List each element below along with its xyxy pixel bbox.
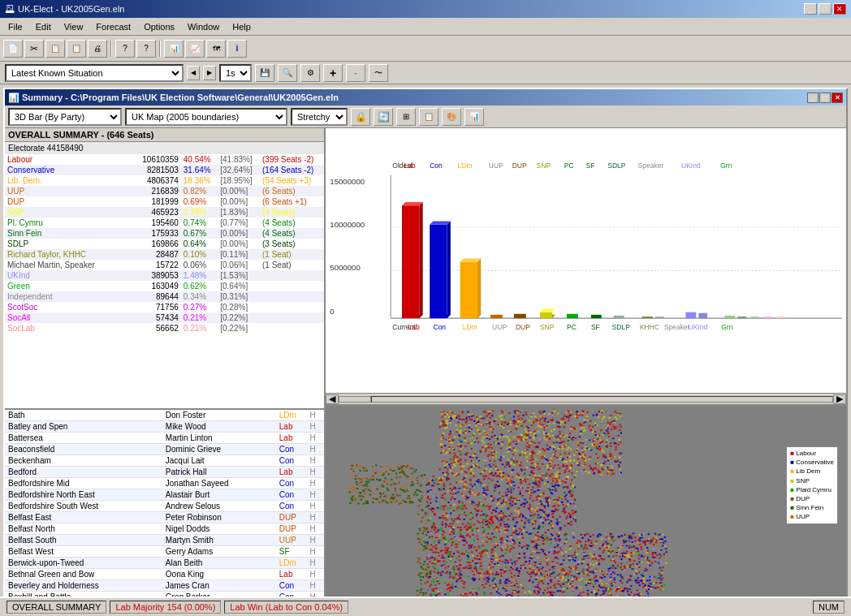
chart-hscroll-thumb[interactable]	[339, 396, 371, 403]
svg-rect-41	[642, 317, 653, 318]
con-party-cell: Con	[276, 580, 307, 592]
minimize-button[interactable]: _	[804, 3, 817, 15]
constituency-row[interactable]: Beckenham Jacqui Lait Con H	[5, 455, 324, 467]
constituency-row[interactable]: Bedfordshire North East Alastair Burt Co…	[5, 489, 324, 501]
prev-scenario-button[interactable]: ◀	[187, 66, 200, 80]
menu-edit[interactable]: Edit	[31, 20, 56, 33]
party-votes-cell: 181999	[134, 196, 180, 207]
party-seats-cell: (399 Seats -2)	[260, 154, 324, 165]
chart-area: 15000000 10000000 5000000 0 Oldest: Lab …	[326, 128, 846, 406]
cut-button[interactable]: ✂	[24, 40, 44, 58]
print-button[interactable]: 🖨	[88, 40, 107, 58]
save-scenario-button[interactable]: 💾	[255, 64, 274, 82]
svg-text:UKInd: UKInd	[681, 162, 701, 170]
summary-row: Sinn Fein 175933 0.67% [0.00%] (4 Seats)	[5, 228, 324, 239]
menu-help[interactable]: Help	[227, 20, 256, 33]
results-button[interactable]: 📊	[164, 40, 184, 58]
chart-options-button[interactable]: 📋	[419, 108, 438, 126]
maximize-button[interactable]: □	[819, 3, 832, 15]
chart-type-dropdown[interactable]: 3D Bar (By Party)	[8, 108, 122, 126]
con-name-cell: Beaconsfield	[5, 444, 162, 455]
svg-text:Lab: Lab	[404, 162, 415, 170]
constituency-row[interactable]: Bethnal Green and Bow Oona King Lab H	[5, 569, 324, 580]
inner-window-title: Summary - C:\Program Files\UK Election S…	[22, 93, 339, 102]
help-button[interactable]: ?	[115, 40, 135, 58]
chart-bar-button[interactable]: 📊	[464, 108, 484, 126]
status-bar: OVERALL SUMMARY Lab Majority 154 (0.00%)…	[0, 597, 851, 610]
con-party-cell: Lab	[276, 467, 307, 478]
constituency-row[interactable]: Belfast North Nigel Dodds DUP H	[5, 523, 324, 535]
party-pct-cell: 0.74%	[181, 218, 218, 228]
chart-button[interactable]: 📈	[185, 40, 205, 58]
party-pct-cell: 0.64%	[181, 239, 218, 249]
svg-text:LDm: LDm	[457, 162, 472, 170]
constituency-row[interactable]: Belfast East Peter Robinson DUP H	[5, 512, 324, 523]
inner-close-button[interactable]: ✕	[832, 93, 843, 103]
con-name-cell: Berwick-upon-Tweed	[5, 558, 162, 569]
scenario-dropdown[interactable]: Latest Known Situation	[5, 64, 184, 82]
inner-minimize-button[interactable]: _	[807, 93, 819, 103]
summary-row: SocLab 56662 0.21% [0.22%]	[5, 323, 324, 334]
party-votes-cell: 163049	[134, 281, 180, 291]
next-scenario-button[interactable]: ▶	[203, 66, 216, 80]
constituency-row[interactable]: Bedford Patrick Hall Lab H	[5, 467, 324, 478]
map-type-dropdown[interactable]: UK Map (2005 boundaries)	[125, 108, 287, 126]
toolbar-sep-1	[110, 41, 112, 57]
svg-rect-31	[460, 262, 477, 318]
constituency-row[interactable]: Bath Don Foster LDm H	[5, 410, 324, 421]
close-button[interactable]: ✕	[833, 3, 846, 15]
constituency-row[interactable]: Beverley and Holderness James Cran Con H	[5, 580, 324, 592]
inner-chart-toolbar: 3D Bar (By Party) UK Map (2005 boundarie…	[5, 106, 846, 128]
stretch-dropdown[interactable]: Stretchy	[291, 108, 348, 126]
menu-file[interactable]: File	[3, 20, 28, 33]
constituency-row[interactable]: Bedfordshire Mid Jonathan Sayeed Con H	[5, 478, 324, 489]
menu-options[interactable]: Options	[139, 20, 179, 33]
refresh-button[interactable]: 🔄	[374, 108, 393, 126]
con-party-cell: Con	[276, 455, 307, 467]
info2-button[interactable]: i	[227, 40, 247, 58]
constituency-row[interactable]: Beaconsfield Dominic Grieve Con H	[5, 444, 324, 455]
svg-marker-37	[540, 308, 555, 312]
minus-button[interactable]: -	[346, 64, 365, 82]
party-name-cell: Green	[5, 281, 134, 291]
party-oldpct-cell: [1.83%]	[218, 207, 260, 218]
new-button[interactable]: 📄	[3, 40, 23, 58]
inner-maximize-button[interactable]: □	[819, 93, 831, 103]
map-button[interactable]: 🗺	[206, 40, 226, 58]
svg-marker-24	[402, 202, 423, 205]
menu-window[interactable]: Window	[183, 20, 224, 33]
svg-rect-43	[685, 312, 696, 318]
svg-rect-39	[591, 315, 602, 318]
constituency-list[interactable]: Bath Don Foster LDm H Batley and Spen Mi…	[5, 410, 324, 605]
lock-button[interactable]: 🔒	[351, 108, 370, 126]
chart-hscroll-right[interactable]: ▶	[833, 394, 846, 404]
scenario-num-dropdown[interactable]: 1st	[219, 64, 252, 82]
constituency-row[interactable]: Belfast South Martyn Smith UUP H	[5, 535, 324, 546]
svg-marker-32	[460, 258, 482, 261]
grid-button[interactable]: ⊞	[396, 108, 416, 126]
chart-hscrollbar[interactable]: ◀ ▶	[326, 393, 846, 404]
settings-button[interactable]: ⚙	[300, 64, 320, 82]
copy-button[interactable]: 📋	[45, 40, 65, 58]
con-name-cell: Bedford	[5, 467, 162, 478]
paste-button[interactable]: 📋	[67, 40, 86, 58]
status-swing: Lab Win (Lab to Con 0.04%)	[224, 601, 348, 610]
svg-marker-30	[477, 258, 481, 318]
svg-text:Con: Con	[430, 162, 443, 170]
party-summary-list[interactable]: Labour 10610359 40.54% [41.83%] (399 Sea…	[5, 154, 324, 410]
chart-color-button[interactable]: 🎨	[442, 108, 461, 126]
filter-button[interactable]: 🔍	[278, 64, 297, 82]
constituency-row[interactable]: Batley and Spen Mike Wood Lab H	[5, 421, 324, 433]
menu-forecast[interactable]: Forecast	[91, 20, 136, 33]
con-mp-cell: Alan Beith	[162, 558, 276, 569]
add-button[interactable]: +	[323, 64, 343, 82]
chart-hscroll-left[interactable]: ◀	[326, 394, 339, 404]
wave-button[interactable]: 〜	[369, 64, 388, 82]
constituency-row[interactable]: Berwick-upon-Tweed Alan Beith LDm H	[5, 558, 324, 569]
constituency-row[interactable]: Bedfordshire South West Andrew Selous Co…	[5, 501, 324, 512]
info-button[interactable]: ?	[136, 40, 156, 58]
constituency-row[interactable]: Battersea Martin Linton Lab H	[5, 433, 324, 444]
constituency-row[interactable]: Belfast West Gerry Adams SF H	[5, 546, 324, 558]
menu-view[interactable]: View	[59, 20, 89, 33]
con-name-cell: Belfast East	[5, 512, 162, 523]
